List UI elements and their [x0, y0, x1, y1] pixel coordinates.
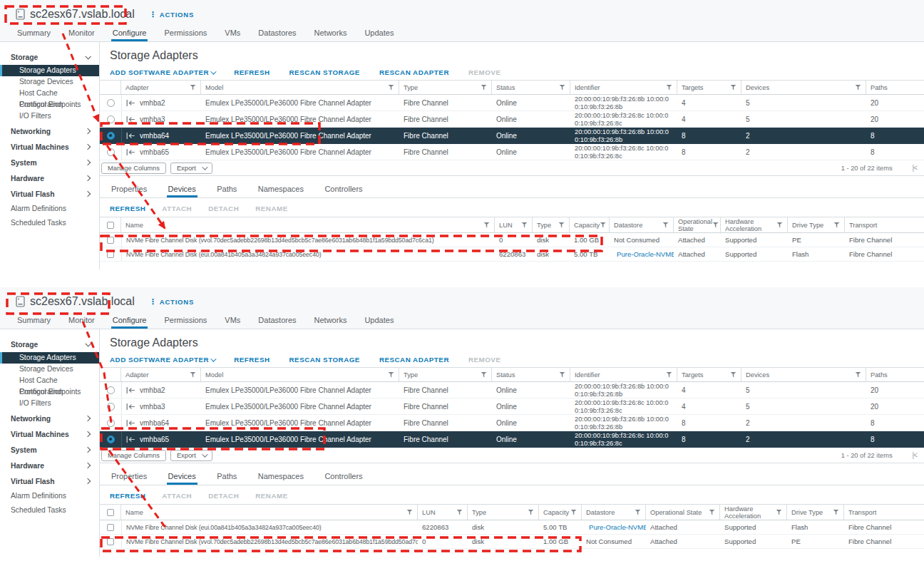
filter-icon[interactable]	[730, 85, 736, 91]
manage-columns-button[interactable]: Manage Columns	[101, 163, 166, 174]
tab-devices[interactable]: Devices	[167, 468, 197, 485]
filter-icon[interactable]	[528, 510, 534, 515]
filter-icon[interactable]	[388, 85, 394, 91]
sidebar-item-protocol-endpoints[interactable]: Protocol Endpoints	[0, 99, 99, 110]
sidebar-item-host-cache-configuration[interactable]: Host Cache Configuration	[0, 375, 99, 386]
remove-button[interactable]: REMOVE	[468, 68, 500, 76]
row-radio[interactable]	[107, 386, 115, 394]
filter-icon[interactable]	[406, 510, 413, 515]
filter-icon[interactable]	[521, 222, 528, 228]
tab-namespaces[interactable]: Namespaces	[257, 181, 305, 197]
filter-icon[interactable]	[190, 372, 196, 378]
filter-icon[interactable]	[600, 222, 606, 228]
datastore-link[interactable]: Pure-Oracle-NVME	[617, 250, 674, 258]
tab-networks[interactable]: Networks	[313, 316, 349, 329]
filter-icon[interactable]	[776, 222, 783, 228]
sidebar-group-storage[interactable]: Storage	[0, 338, 99, 351]
tab-properties[interactable]: Properties	[110, 181, 148, 197]
actions-button[interactable]: ⋮ ACTIONS	[149, 11, 194, 19]
export-button[interactable]: Export	[170, 450, 212, 461]
filter-icon[interactable]	[481, 85, 487, 91]
filter-icon[interactable]	[559, 85, 565, 91]
sidebar-item-alarm-definitions[interactable]: Alarm Definitions	[0, 203, 99, 215]
rescan-storage-button[interactable]: RESCAN STORAGE	[289, 356, 360, 364]
adapter-row-vmhba64[interactable]: vmhba64Emulex LPe35000/LPe36000 Fibre Ch…	[100, 128, 924, 144]
tab-vms[interactable]: VMs	[223, 316, 242, 329]
actions-button[interactable]: ⋮ ACTIONS	[149, 298, 194, 306]
sidebar-item-storage-devices[interactable]: Storage Devices	[0, 76, 99, 88]
tab-controllers[interactable]: Controllers	[323, 468, 364, 485]
row-checkbox[interactable]	[107, 251, 114, 258]
tab-summary[interactable]: Summary	[16, 316, 52, 329]
filter-icon[interactable]	[666, 85, 672, 91]
tab-permissions[interactable]: Permissions	[163, 29, 208, 41]
row-radio[interactable]	[107, 148, 115, 156]
rescan-adapter-button[interactable]: RESCAN ADAPTER	[379, 68, 449, 76]
sidebar-item-protocol-endpoints[interactable]: Protocol Endpoints	[0, 386, 99, 398]
filter-icon[interactable]	[833, 222, 840, 228]
tab-datastores[interactable]: Datastores	[257, 316, 297, 329]
sidebar-group-networking[interactable]: Networking	[0, 125, 99, 138]
tab-namespaces[interactable]: Namespaces	[257, 468, 305, 485]
filter-icon[interactable]	[558, 222, 565, 228]
tab-devices[interactable]: Devices	[167, 181, 197, 197]
select-all-checkbox[interactable]	[107, 509, 114, 516]
device-row[interactable]: NVMe Fibre Channel Disk (eui.00a841b405a…	[100, 247, 924, 262]
row-radio[interactable]	[107, 436, 115, 443]
refresh-button[interactable]: REFRESH	[234, 68, 270, 76]
rename-button[interactable]: RENAME	[255, 492, 287, 500]
filter-icon[interactable]	[712, 222, 719, 228]
filter-icon[interactable]	[570, 510, 577, 515]
sidebar-item-scheduled-tasks[interactable]: Scheduled Tasks	[0, 217, 99, 229]
adapter-row-vmhba3[interactable]: vmhba3Emulex LPe35000/LPe36000 Fibre Cha…	[100, 111, 924, 128]
tab-monitor[interactable]: Monitor	[67, 29, 96, 41]
sidebar-group-storage[interactable]: Storage	[0, 51, 99, 63]
sidebar-group-virtual-machines[interactable]: Virtual Machines	[0, 140, 99, 153]
detach-button[interactable]: DETACH	[208, 492, 239, 500]
sidebar-group-virtual-machines[interactable]: Virtual Machines	[0, 428, 99, 441]
filter-icon[interactable]	[855, 372, 861, 378]
filter-icon[interactable]	[776, 510, 782, 515]
row-checkbox[interactable]	[107, 237, 114, 244]
sidebar-item-alarm-definitions[interactable]: Alarm Definitions	[0, 490, 99, 502]
row-radio[interactable]	[107, 99, 115, 107]
rename-button[interactable]: RENAME	[255, 205, 287, 212]
device-row[interactable]: NVMe Fibre Channel Disk (vvol.70dec5adeb…	[100, 535, 924, 549]
filter-icon[interactable]	[481, 372, 487, 378]
datastore-link[interactable]: Pure-Oracle-NVME	[589, 523, 646, 531]
sidebar-group-virtual-flash[interactable]: Virtual Flash	[0, 187, 99, 200]
tab-networks[interactable]: Networks	[313, 29, 349, 41]
tab-configure[interactable]: Configure	[111, 29, 148, 41]
sidebar-item-storage-adapters[interactable]: Storage Adapters	[0, 352, 99, 364]
attach-button[interactable]: ATTACH	[162, 205, 192, 212]
tab-paths[interactable]: Paths	[215, 468, 238, 485]
export-button[interactable]: Export	[170, 163, 212, 174]
row-checkbox[interactable]	[107, 538, 114, 545]
first-page-icon[interactable]: |<	[913, 164, 917, 172]
sidebar-item-host-cache-configuration[interactable]: Host Cache Configuration	[0, 88, 99, 99]
tab-properties[interactable]: Properties	[110, 468, 148, 485]
tab-updates[interactable]: Updates	[363, 29, 395, 41]
filter-icon[interactable]	[388, 372, 394, 378]
filter-icon[interactable]	[709, 510, 715, 515]
filter-icon[interactable]	[456, 510, 463, 515]
adapter-row-vmhba65[interactable]: vmhba65Emulex LPe35000/LPe36000 Fibre Ch…	[100, 144, 924, 160]
filter-icon[interactable]	[635, 510, 641, 515]
tab-vms[interactable]: VMs	[223, 29, 242, 41]
adapter-row-vmhba64[interactable]: vmhba64Emulex LPe35000/LPe36000 Fibre Ch…	[100, 415, 924, 431]
filter-icon[interactable]	[190, 85, 196, 91]
filter-icon[interactable]	[666, 372, 672, 378]
tab-summary[interactable]: Summary	[16, 29, 52, 41]
tab-datastores[interactable]: Datastores	[257, 29, 297, 41]
sidebar-group-hardware[interactable]: Hardware	[0, 459, 99, 472]
rescan-adapter-button[interactable]: RESCAN ADAPTER	[379, 356, 449, 364]
sidebar-group-system[interactable]: System	[0, 443, 99, 456]
adapter-row-vmhba3[interactable]: vmhba3Emulex LPe35000/LPe36000 Fibre Cha…	[100, 398, 924, 415]
manage-columns-button[interactable]: Manage Columns	[101, 450, 166, 461]
filter-icon[interactable]	[559, 372, 565, 378]
sidebar-item-scheduled-tasks[interactable]: Scheduled Tasks	[0, 505, 99, 516]
select-all-checkbox[interactable]	[107, 222, 114, 229]
filter-icon[interactable]	[483, 222, 490, 228]
attach-button[interactable]: ATTACH	[162, 492, 192, 500]
first-page-icon[interactable]: |<	[913, 451, 917, 459]
